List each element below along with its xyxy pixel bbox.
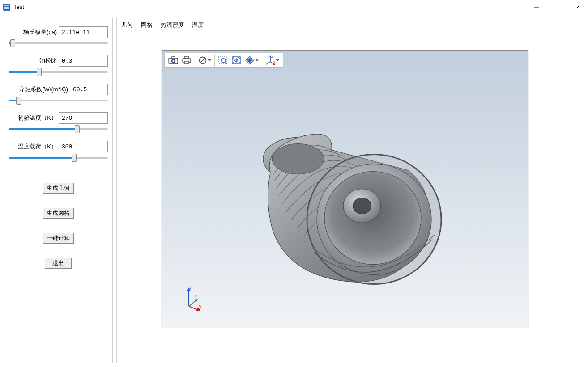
input-poisson-ratio[interactable]	[59, 55, 108, 67]
svg-point-30	[272, 143, 324, 174]
tab-bar: 几何 网格 热流密度 温度	[117, 18, 584, 32]
generate-geometry-button[interactable]: 生成几何	[43, 183, 74, 194]
print-icon[interactable]	[180, 54, 193, 67]
input-initial-temperature[interactable]	[59, 112, 108, 124]
toolbar-separator	[214, 54, 215, 67]
axes-icon[interactable]: Z X	[264, 54, 281, 67]
toolbar-separator	[195, 54, 195, 67]
close-button[interactable]	[567, 0, 588, 14]
main-panel: 几何 网格 热流密度 温度	[116, 18, 584, 363]
slider-poisson-ratio[interactable]	[9, 71, 108, 73]
label-initial-temperature: 初始温度（K）	[18, 114, 57, 122]
minimize-button[interactable]	[526, 0, 547, 14]
app-icon	[3, 3, 11, 11]
input-temperature-load[interactable]	[59, 141, 108, 152]
svg-rect-6	[184, 56, 189, 59]
svg-line-33	[189, 300, 196, 306]
svg-text:X: X	[273, 61, 275, 63]
title-bar: Test	[0, 0, 588, 14]
svg-line-35	[189, 306, 198, 310]
toolbar-separator	[262, 54, 262, 67]
slider-youngs-modulus[interactable]	[9, 42, 108, 44]
svg-point-11	[222, 59, 226, 63]
svg-rect-7	[184, 61, 189, 64]
generate-mesh-button[interactable]: 生成网格	[43, 208, 74, 219]
viewport-container: Z X	[117, 32, 584, 363]
axis-x-label: X	[199, 305, 202, 310]
axis-triad: Z Y X	[181, 285, 208, 312]
axis-y-label: Y	[194, 294, 197, 299]
fit-view-icon[interactable]	[230, 54, 243, 67]
window-controls	[526, 0, 588, 14]
tab-heat-flux[interactable]: 热流密度	[161, 21, 184, 29]
label-thermal-conductivity: 导热系数(W/(m*K))	[19, 85, 68, 93]
label-poisson-ratio: 泊松比	[39, 57, 57, 65]
param-thermal-conductivity: 导热系数(W/(m*K))	[9, 84, 108, 101]
param-poisson-ratio: 泊松比	[9, 55, 108, 73]
content-area: 杨氏模量(pa) 泊松比 导热系数(W/(m*K)) 初始温度（K）	[0, 14, 588, 367]
window-title: Test	[13, 4, 24, 10]
svg-text:Z: Z	[271, 55, 273, 58]
param-initial-temperature: 初始温度（K）	[9, 112, 108, 130]
viewport-toolbar: Z X	[164, 53, 283, 68]
tab-geometry[interactable]: 几何	[121, 21, 133, 29]
zoom-area-icon[interactable]	[216, 54, 230, 67]
sidebar-panel: 杨氏模量(pa) 泊松比 导热系数(W/(m*K)) 初始温度（K）	[4, 18, 113, 363]
svg-line-20	[266, 62, 270, 64]
maximize-button[interactable]	[547, 0, 567, 14]
model-geometry	[247, 105, 443, 294]
param-temperature-load: 温度载荷（K）	[9, 141, 108, 159]
label-youngs-modulus: 杨氏模量(pa)	[23, 28, 57, 36]
rotate-icon[interactable]	[243, 54, 260, 67]
exit-button[interactable]: 退出	[45, 258, 72, 269]
slider-thermal-conductivity[interactable]	[9, 100, 108, 101]
axis-z-label: Z	[190, 285, 192, 290]
input-youngs-modulus[interactable]	[59, 26, 108, 38]
viewport-3d[interactable]: Z X	[162, 50, 528, 327]
tab-temperature[interactable]: 温度	[192, 21, 204, 29]
slider-temperature-load[interactable]	[9, 157, 108, 159]
svg-point-4	[172, 60, 174, 62]
slider-initial-temperature[interactable]	[9, 128, 108, 130]
svg-line-9	[200, 58, 205, 63]
action-buttons: 生成几何 生成网格 一键计算 退出	[9, 183, 108, 269]
input-thermal-conductivity[interactable]	[70, 84, 108, 95]
svg-point-29	[353, 198, 371, 214]
label-temperature-load: 温度载荷（K）	[18, 143, 57, 151]
camera-icon[interactable]	[166, 54, 180, 67]
param-youngs-modulus: 杨氏模量(pa)	[9, 26, 108, 44]
forbid-icon[interactable]	[196, 54, 213, 67]
one-click-compute-button[interactable]: 一键计算	[43, 233, 74, 244]
svg-rect-1	[555, 5, 559, 9]
tab-mesh[interactable]: 网格	[141, 21, 153, 29]
